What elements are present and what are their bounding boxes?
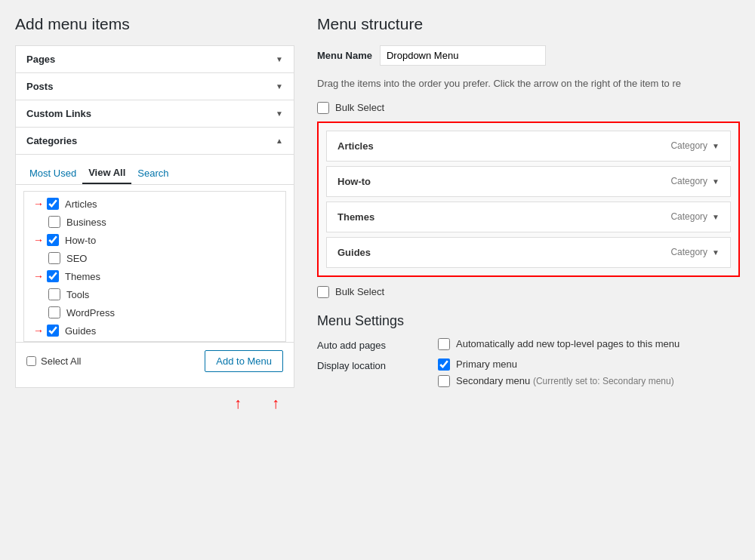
checkbox-seo[interactable] (48, 252, 60, 264)
arrow-indicator-articles: → (33, 198, 44, 210)
list-item: Tools (32, 285, 278, 303)
menu-name-label: Menu Name (317, 50, 372, 61)
label-howto: How-to (65, 235, 96, 246)
categories-accordion-header[interactable]: Categories ▲ (16, 128, 294, 154)
list-item: → Articles (32, 195, 278, 213)
custom-links-label: Custom Links (26, 108, 91, 119)
categories-arrow-icon: ▲ (276, 137, 283, 145)
posts-accordion: Posts ▼ (15, 72, 294, 100)
menu-item-themes-type: Category (670, 211, 707, 222)
checkbox-guides[interactable] (47, 325, 59, 337)
menu-item-articles-type: Category (670, 140, 707, 151)
menu-item-guides-type: Category (670, 247, 707, 257)
custom-links-accordion: Custom Links ▼ (15, 100, 294, 128)
checkbox-howto[interactable] (47, 234, 59, 246)
categories-footer: Select All Add to Menu (16, 342, 294, 380)
menu-item-howto-right: Category ▼ (670, 176, 720, 186)
arrow-up-left-icon: ↑ (234, 395, 242, 412)
posts-accordion-header[interactable]: Posts ▼ (16, 73, 294, 100)
left-panel: Add menu items Pages ▼ Posts ▼ Custom Li… (15, 15, 294, 545)
menu-name-input[interactable] (380, 45, 546, 66)
menu-item-articles-expand-button[interactable]: ▼ (712, 142, 720, 150)
secondary-menu-option: Secondary menu (Currently set to: Second… (438, 375, 674, 387)
menu-item-themes-name: Themes (337, 211, 374, 223)
bulk-select-bottom-checkbox[interactable] (317, 286, 329, 298)
menu-item-themes-expand-button[interactable]: ▼ (712, 213, 720, 221)
list-item: → Themes (32, 267, 278, 285)
auto-add-checkbox[interactable] (438, 338, 450, 350)
select-all-label: Select All (41, 355, 81, 367)
menu-item-guides-name: Guides (337, 247, 371, 258)
right-panel: Menu structure Menu Name Drag the items … (294, 15, 740, 545)
menu-item-themes-right: Category ▼ (670, 211, 720, 222)
tab-search[interactable]: Search (131, 162, 174, 184)
list-item: WordPress (32, 303, 278, 322)
menu-item-guides: Guides Category ▼ (326, 237, 731, 268)
pages-accordion: Pages ▼ (15, 45, 294, 73)
list-item: → How-to (32, 231, 278, 249)
auto-add-options: Automatically add new top-level pages to… (438, 338, 680, 350)
auto-add-option: Automatically add new top-level pages to… (438, 338, 680, 350)
left-heading: Add menu items (15, 15, 294, 33)
display-location-options: Primary menu Secondary menu (Currently s… (438, 358, 674, 387)
display-location-label: Display location (317, 358, 423, 371)
display-location-row: Display location Primary menu Secondary … (317, 358, 740, 387)
checkbox-articles[interactable] (47, 198, 59, 210)
custom-links-arrow-icon: ▼ (276, 109, 283, 118)
pages-arrow-icon: ▼ (276, 55, 283, 63)
label-seo: SEO (66, 253, 87, 264)
pages-accordion-header[interactable]: Pages ▼ (16, 46, 294, 72)
label-wordpress: WordPress (66, 307, 115, 318)
bulk-select-bottom: Bulk Select (317, 286, 740, 298)
menu-settings: Menu Settings Auto add pages Automatical… (317, 313, 740, 387)
right-heading: Menu structure (317, 15, 740, 33)
label-guides: Guides (65, 325, 96, 337)
auto-add-pages-row: Auto add pages Automatically add new top… (317, 338, 740, 351)
checkbox-tools[interactable] (48, 288, 60, 300)
menu-item-howto-type: Category (670, 176, 707, 186)
secondary-menu-checkbox[interactable] (438, 375, 450, 387)
menu-items-container: Articles Category ▼ How-to Category ▼ Th… (317, 122, 740, 277)
arrow-indicator-howto: → (33, 234, 44, 246)
primary-menu-checkbox[interactable] (438, 358, 450, 371)
select-all-row: Select All (26, 355, 81, 367)
primary-menu-option: Primary menu (438, 358, 674, 371)
menu-item-howto: How-to Category ▼ (326, 166, 731, 197)
select-all-checkbox[interactable] (26, 356, 36, 366)
secondary-menu-label: Secondary menu (Currently set to: Second… (456, 375, 674, 386)
arrow-up-right-icon: ↑ (272, 395, 279, 412)
label-themes: Themes (65, 271, 100, 282)
list-item: Business (32, 213, 278, 231)
arrow-indicator-guides: → (33, 325, 44, 337)
menu-name-row: Menu Name (317, 45, 740, 66)
tab-view-all[interactable]: View All (82, 162, 131, 184)
categories-accordion: Categories ▲ Most Used View All Search →… (15, 127, 294, 388)
categories-body: Most Used View All Search → Articles (16, 154, 294, 387)
menu-item-guides-expand-button[interactable]: ▼ (712, 248, 720, 257)
checkbox-themes[interactable] (47, 270, 59, 282)
tab-most-used[interactable]: Most Used (23, 162, 82, 184)
bottom-arrows: ↑ ↑ (15, 395, 294, 412)
label-articles: Articles (65, 198, 97, 210)
label-business: Business (66, 217, 106, 228)
add-to-menu-button[interactable]: Add to Menu (205, 350, 283, 372)
secondary-menu-note: (Currently set to: Secondary menu) (533, 376, 674, 386)
checkbox-wordpress[interactable] (48, 306, 60, 318)
posts-arrow-icon: ▼ (276, 82, 283, 91)
custom-links-accordion-header[interactable]: Custom Links ▼ (16, 100, 294, 127)
drag-hint-text: Drag the items into the order you prefer… (317, 76, 740, 91)
category-checkbox-list: → Articles Business → How-to (23, 191, 286, 342)
auto-add-label: Auto add pages (317, 338, 423, 351)
menu-item-howto-expand-button[interactable]: ▼ (712, 177, 720, 186)
menu-settings-heading: Menu Settings (317, 313, 740, 329)
bulk-select-top-label: Bulk Select (335, 102, 384, 113)
bulk-select-top-checkbox[interactable] (317, 102, 329, 114)
menu-item-articles-name: Articles (337, 140, 374, 152)
category-tabs: Most Used View All Search (16, 162, 294, 185)
label-tools: Tools (66, 289, 89, 300)
list-item: → Guides (32, 322, 278, 340)
menu-item-howto-name: How-to (337, 176, 371, 187)
menu-item-articles-right: Category ▼ (670, 140, 720, 151)
checkbox-business[interactable] (48, 216, 60, 228)
bulk-select-bottom-label: Bulk Select (335, 286, 384, 297)
